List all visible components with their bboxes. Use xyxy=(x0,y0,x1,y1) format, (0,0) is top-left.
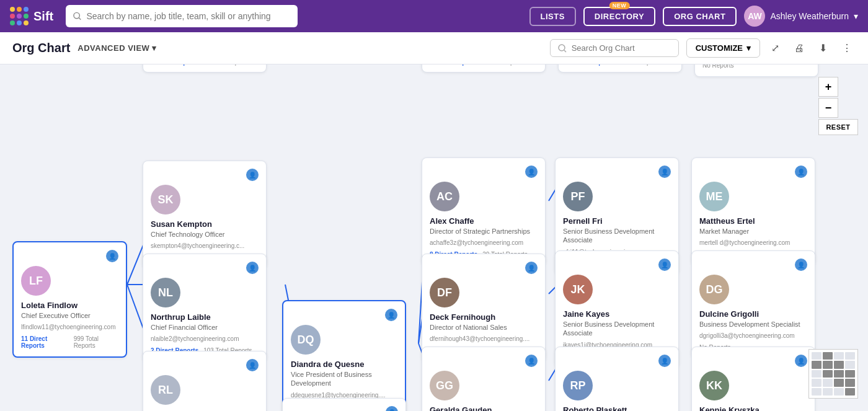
avatar: GG xyxy=(430,371,459,400)
mattheus-card[interactable]: 👤 ME Mattheus Ertel Market Manager merte… xyxy=(691,157,815,266)
user-name: Ashley Weatherburn xyxy=(770,11,849,21)
direct-reports-count[interactable]: 2 Direct Reports xyxy=(430,64,477,66)
profile-icon: 👤 xyxy=(658,166,671,178)
avatar: KK xyxy=(699,371,729,400)
profile-icon: 👤 xyxy=(525,262,538,274)
search-icon xyxy=(73,12,81,20)
directory-button[interactable]: NEW DIRECTORY xyxy=(583,7,655,26)
diandra-card[interactable]: 👤 DQ Diandra de Quesne Vice President of… xyxy=(282,300,406,411)
partial-card-3: 4 Direct Reports 4 Total Reports xyxy=(558,64,682,73)
global-search-input[interactable] xyxy=(86,11,290,21)
avatar: DG xyxy=(699,275,729,304)
org-chart-search[interactable] xyxy=(550,39,679,57)
person-name: Deck Fernihough xyxy=(430,312,538,322)
avatar: RL xyxy=(151,375,180,405)
alex-card[interactable]: 👤 AC Alex Chaffe Director of Strategic P… xyxy=(422,157,546,266)
profile-icon: 👤 xyxy=(385,309,397,321)
direct-reports-count[interactable]: 11 Direct Reports xyxy=(21,335,69,349)
person-name: Mattheus Ertel xyxy=(699,216,807,226)
advanced-view-button[interactable]: ADVANCED VIEW ▾ xyxy=(78,43,157,53)
profile-icon: 👤 xyxy=(525,355,538,367)
kennie-card[interactable]: 👤 KK Kennie Kryszka Business Systems Dev… xyxy=(691,347,815,411)
logo-text: Sift xyxy=(33,9,53,24)
dulcine-card[interactable]: 👤 DG Dulcine Grigolli Business Developme… xyxy=(691,250,815,359)
direct-reports-count[interactable]: 4 Direct Reports xyxy=(566,64,614,66)
person-name: Susan Kempton xyxy=(151,219,259,229)
reset-button[interactable]: RESET xyxy=(818,119,858,135)
person-name: Dulcine Grigolli xyxy=(699,309,807,319)
user-menu[interactable]: AW Ashley Weatherburn ▾ xyxy=(744,6,858,27)
profile-icon: 👤 xyxy=(795,259,807,271)
lists-button[interactable]: LISTS xyxy=(529,7,576,26)
total-reports-count: 4 Total Reports xyxy=(619,64,660,66)
avatar: ME xyxy=(699,182,729,211)
profile-icon: 👤 xyxy=(246,262,259,274)
logo-dots xyxy=(10,7,29,25)
person-email: dgrigolli3a@tychoengineering.com xyxy=(699,332,807,339)
profile-icon: 👤 xyxy=(795,166,807,178)
person-name: Kennie Kryszka xyxy=(699,405,807,411)
sift-logo: Sift xyxy=(10,7,53,25)
chart-area: + − RESET 3 Direct Re xyxy=(0,64,868,411)
person-title: Senior Business Development Associate xyxy=(563,227,671,245)
avatar: PF xyxy=(563,182,593,211)
roberto-card[interactable]: 👤 RP Roberto Plaskett Senior Business De… xyxy=(555,347,679,411)
org-cards-layer: 3 Direct Reports 38 Total Reports 2 Dire… xyxy=(0,64,868,411)
direct-reports-count[interactable]: 3 Direct Reports xyxy=(151,64,198,66)
person-title: Chief Technology Officer xyxy=(151,230,259,239)
page-toolbar: Org Chart ADVANCED VIEW ▾ CUSTOMIZE ▾ ⤢ … xyxy=(0,32,868,64)
svg-point-2 xyxy=(559,45,565,51)
more-options-icon[interactable]: ⋮ xyxy=(838,40,856,56)
profile-icon: 👤 xyxy=(795,355,807,367)
zoom-out-button[interactable]: − xyxy=(818,98,838,118)
ceo-card[interactable]: 👤 LF Loleta Findlow Chief Executive Offi… xyxy=(12,241,127,358)
expand-icon[interactable]: ⤢ xyxy=(768,40,783,56)
avatar: AW xyxy=(744,6,765,27)
avatar: SK xyxy=(151,185,180,214)
person-title: Vice President of Business Development xyxy=(291,370,397,388)
person-name: Roberto Plaskett xyxy=(563,405,671,411)
print-icon[interactable]: 🖨 xyxy=(790,40,808,56)
avatar: DQ xyxy=(291,325,321,355)
profile-icon: 👤 xyxy=(246,359,259,371)
person-name: Diandra de Quesne xyxy=(291,360,397,369)
person-email: dfernihough43@tychoengineering.... xyxy=(430,335,538,342)
profile-icon: 👤 xyxy=(658,355,671,367)
org-chart-button[interactable]: ORG CHART xyxy=(663,7,737,26)
avatar: JK xyxy=(563,275,593,304)
org-search-input[interactable] xyxy=(572,43,671,53)
geralda-card[interactable]: 👤 GG Geralda Gauden Director of Strategi… xyxy=(422,347,546,411)
person-title: Chief Executive Officer xyxy=(21,311,118,320)
royal-card[interactable]: 👤 RL Royal Landell Chief Revenue Officer… xyxy=(143,351,267,411)
svg-line-1 xyxy=(79,18,81,20)
northrup-card[interactable]: 👤 NL Northrup Laible Chief Financial Off… xyxy=(143,254,267,362)
partial-card-2: 2 Direct Reports 5 Total Reports xyxy=(422,64,546,73)
no-reports-label: No Reports xyxy=(702,64,734,69)
susan-card[interactable]: 👤 SK Susan Kempton Chief Technology Offi… xyxy=(143,161,267,269)
deck-card[interactable]: 👤 DF Deck Fernihough Director of Nationa… xyxy=(422,254,546,362)
chevron-down-icon: ▾ xyxy=(746,43,751,53)
partial-card-4: No Reports xyxy=(694,64,818,77)
avatar: LF xyxy=(21,266,51,296)
ruthy-card[interactable]: 👤 RM Ruthy McEnhill Administrative Assis… xyxy=(282,398,406,411)
download-icon[interactable]: ⬇ xyxy=(815,40,831,56)
person-email: skempton4@tychoengineering.c... xyxy=(151,242,259,249)
page-title: Org Chart xyxy=(12,41,70,55)
person-name: Jaine Kayes xyxy=(563,309,671,319)
person-name: Alex Chaffe xyxy=(430,216,538,226)
avatar: AC xyxy=(430,182,459,211)
partial-card-1: 3 Direct Reports 38 Total Reports xyxy=(143,64,267,73)
person-title: Market Manager xyxy=(699,227,807,236)
customize-button[interactable]: CUSTOMIZE ▾ xyxy=(686,38,760,58)
zoom-in-button[interactable]: + xyxy=(818,77,838,97)
avatar: DF xyxy=(430,278,459,307)
avatar: RP xyxy=(563,371,593,400)
profile-icon: 👤 xyxy=(386,406,398,411)
person-name: Pernell Fri xyxy=(563,216,671,226)
person-email: nlaible2@tychoengineering.com xyxy=(151,335,259,342)
person-title: Senior Business Development Associate xyxy=(563,320,671,338)
person-email: mertell d@tychoengineering.com xyxy=(699,239,807,246)
profile-icon: 👤 xyxy=(525,166,538,178)
global-search[interactable] xyxy=(66,5,298,27)
mini-map xyxy=(808,349,858,399)
